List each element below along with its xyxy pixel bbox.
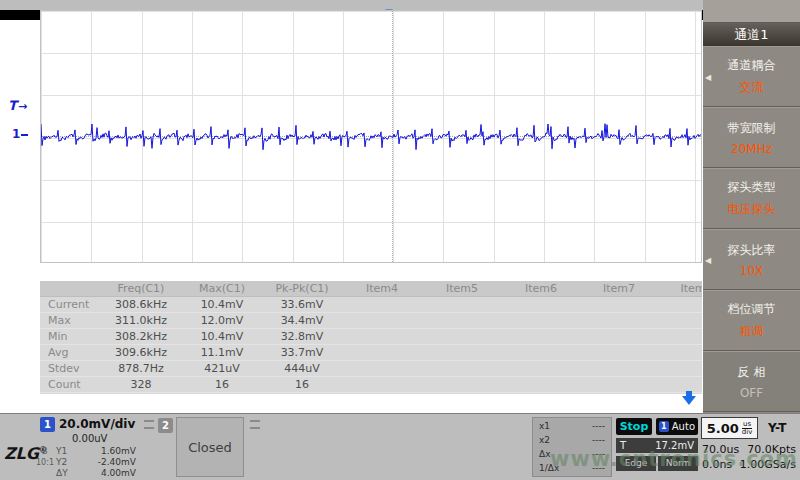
cursor-y1-readout: Y1 1.60mV [56,446,136,457]
table-cell [658,377,702,392]
display-mode: Y-T [768,421,786,435]
column-header: Item7 [580,281,658,296]
table-cell [658,297,702,312]
table-cell: 444uV [262,361,342,376]
cursor-label: 1/Δx [539,462,559,474]
table-cell [342,313,422,328]
graticule [40,10,702,263]
menu-item-value: 10X [740,264,764,278]
channel1-position-marker[interactable]: 1 [12,127,28,141]
trigger-sweep[interactable]: Norm [658,456,698,471]
menu-item-value: 电压探头 [728,201,776,218]
menu-item-coupling[interactable]: ◀ 通道耦合 交流 [703,46,800,107]
column-header: Max(C1) [182,281,262,296]
trigger-level-marker[interactable]: T→ [8,98,27,113]
table-cell [342,329,422,344]
table-cell [580,329,658,344]
column-header: Item5 [422,281,502,296]
oscilloscope-screen: ▼ T→ 1 Freq(C1)Max(C1)Pk-Pk(C1)Item4Item… [0,0,800,480]
trigger-label: T [8,98,17,113]
table-cell [580,361,658,376]
menu-item-value: 20MHz [731,142,772,156]
trigger-level-readout[interactable]: T 17.2mV [616,438,698,453]
timebase-control[interactable]: 5.00 us div [701,417,758,439]
menu-item-bandwidth-limit[interactable]: 带宽限制 20MHz [703,107,800,168]
cursor-label: Y1 [56,446,67,457]
table-row: Avg309.6kHz11.1mV33.7mV [40,345,702,361]
column-header: Item4 [342,281,422,296]
table-cell [422,345,502,360]
cursor-value: 4.00mV [101,468,136,479]
table-cell [580,313,658,328]
channel2-status[interactable]: Closed [176,417,244,477]
menu-item-probe-ratio[interactable]: ◀ 探头比率 10X [703,229,800,290]
channel1-badge[interactable]: 1 [40,417,55,432]
column-header: Pk-Pk(C1) [262,281,342,296]
probe-ratio-tag: 10:1 [36,458,54,467]
table-cell [342,297,422,312]
row-name: Min [40,329,100,344]
table-row: Stdev878.7Hz421uV444uV [40,361,702,377]
table-cell: 33.6mV [262,297,342,312]
table-cell: 34.4mV [262,313,342,328]
sample-rate: 1.00GSa/s [740,458,796,471]
trigger-type[interactable]: Edge [616,456,656,471]
table-cell: 308.2kHz [100,329,182,344]
cursor-x-readout: x1 ---- x2 ---- Δx ---- 1/Δx ---- [532,417,612,477]
status-bar: ZLG® 1 20.0mV/div 0.00uV B 10:1 Y1 1.60m… [0,413,800,480]
column-header: Freq(C1) [100,281,182,296]
channel2-state: Closed [188,440,232,455]
trigger-arrow-icon: → [18,100,27,113]
more-indicator-icon [250,420,260,429]
trigger-mode-button[interactable]: 1 Auto [656,418,698,435]
waveform-trace [41,124,701,150]
table-cell [502,329,580,344]
table-cell: 10.4mV [182,297,262,312]
cursor-label: ΔY [56,468,68,479]
trigger-source-label: T [620,438,626,453]
row-name: Avg [40,345,100,360]
channel1-scale[interactable]: 20.0mV/div [59,417,135,431]
table-cell [502,313,580,328]
table-cell [658,361,702,376]
trigger-source-badge: 1 [659,421,669,432]
channel1-offset: 0.00uV [72,433,107,444]
menu-item-label: 档位调节 [728,301,776,318]
cursor-dx-row: Δx ---- [533,448,611,460]
channel2-badge[interactable]: 2 [158,418,173,433]
table-cell [502,297,580,312]
table-cell: 11.1mV [182,345,262,360]
cursor-value: 1.60mV [101,446,136,457]
table-row: Current308.6kHz10.4mV33.6mV [40,297,702,313]
menu-item-value: 交流 [740,79,764,96]
waveform-plot [41,11,701,262]
menu-item-label: 探头比率 [728,242,776,259]
row-name: Current [40,297,100,312]
run-state-button[interactable]: Stop [616,418,652,435]
row-name: Max [40,313,100,328]
menu-item-probe-type[interactable]: 探头类型 电压探头 [703,168,800,229]
table-cell [658,345,702,360]
cursor-value: ---- [592,462,605,474]
table-cell: 33.7mV [262,345,342,360]
table-cell [342,361,422,376]
table-row: Max311.0kHz12.0mV34.4mV [40,313,702,329]
cursor-dy-readout: ΔY 4.00mV [56,468,136,479]
menu-item-label: 探头类型 [728,179,776,196]
table-cell [580,345,658,360]
cursor-value: ---- [592,434,605,446]
cursor-label: x1 [539,420,550,432]
cursor-label: Y2 [56,457,67,468]
unit-bottom: div [742,428,753,436]
cursor-value: ---- [592,448,605,460]
table-cell: 16 [262,377,342,392]
table-cell: 308.6kHz [100,297,182,312]
table-header-row: Freq(C1)Max(C1)Pk-Pk(C1)Item4Item5Item6I… [40,281,702,297]
cursor-x1-row: x1 ---- [533,420,611,432]
menu-item-label: 带宽限制 [728,120,776,137]
scroll-down-indicator[interactable] [682,391,696,406]
left-arrow-icon: ◀ [705,255,711,264]
trigger-type-row: Edge Norm [616,456,698,471]
menu-item-invert[interactable]: 反 相 OFF [703,351,800,412]
menu-item-gear-adjust[interactable]: 档位调节 粗调 [703,290,800,351]
